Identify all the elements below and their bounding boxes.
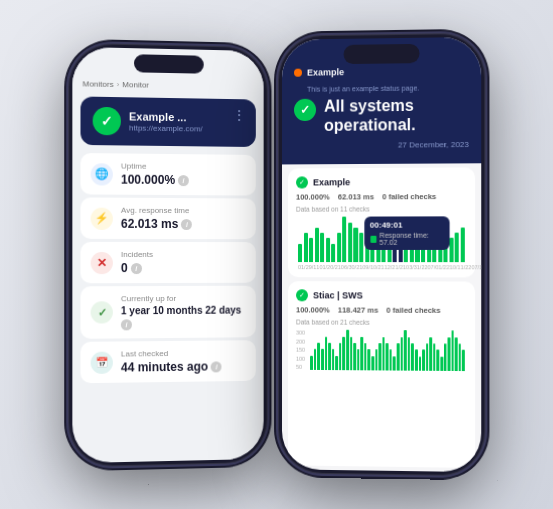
chart-date-label: 01/29/11 [298,264,319,270]
monitor2-stats: 100.000% 118.427 ms 0 failed checks [296,306,467,316]
tooltip-label: Response time: 57.02 [380,232,444,246]
bar [332,349,335,370]
bar [350,337,353,371]
brand-name: Example [307,67,344,78]
bar [400,337,403,371]
bar [361,337,364,371]
bar [343,217,347,262]
bar [359,233,363,263]
last-checked-info-icon[interactable]: i [211,360,222,371]
chart-date-label: 03/31/22 [406,265,428,271]
monitor1-chart: 00:49:01 Response time: 57.02 01/29/1101… [296,217,467,270]
bar [298,244,302,263]
yaxis-label: 100 [296,356,305,362]
bar [326,238,330,262]
bar [437,350,440,371]
bar [309,238,313,262]
monitor2-header: ✓ Stiac | SWS [296,290,467,303]
left-screen: Monitors › Monitor ✓ Example ... https:/… [72,46,263,462]
chart-date-label: 12/21/21 [384,265,406,271]
breadcrumb-monitors[interactable]: Monitors [83,79,114,89]
uptime-duration-row: ✓ Currently up for 1 year 10 months 22 d… [80,285,255,338]
bar [449,238,453,262]
bar [315,228,319,263]
bar [444,344,447,372]
chart-date-label: 10/11/22 [449,265,471,271]
bar [368,349,371,370]
monitor-status-icon: ✓ [93,106,121,135]
tooltip-dot [370,236,377,243]
bar [357,349,360,370]
check-mark: ✓ [300,103,310,117]
incidents-row: ✕ Incidents 0 i [80,241,255,282]
bar [455,233,459,263]
check-icon: ✓ [101,112,113,128]
bar [321,349,324,370]
bar [426,343,429,371]
bar [343,337,346,371]
right-screen: Example This is just an example status p… [282,37,481,472]
stats-container: 🌐 Uptime 100.000% i ⚡ Avg. response time [72,148,263,462]
monitor1-failed: 0 failed checks [382,192,436,201]
bar [354,228,358,263]
monitor2-uptime: 100.000% [296,306,330,315]
bar [371,356,374,371]
globe-icon: 🌐 [91,162,113,184]
uptime-value: 100.000% i [121,172,246,187]
bar [415,350,418,371]
phones-container: Monitors › Monitor ✓ Example ... https:/… [69,37,484,472]
status-check-icon: ✓ [294,99,316,121]
monitor1-uptime: 100.000% [296,193,330,202]
bar [304,233,308,262]
monitor-url: https://example.com/ [129,123,244,134]
bar [408,337,411,371]
chart1-labels: 01/29/1101/20/2106/30/2109/10/2112/21/21… [296,262,467,270]
incidents-info-icon[interactable]: i [131,262,142,273]
chart2-yaxis: 30020015010050 [296,330,305,370]
status-text: All systems operational. [324,95,469,135]
bar [317,343,320,371]
monitor1-header: ✓ Example [296,176,467,189]
more-options-icon[interactable]: ⋮ [232,107,246,123]
bar [404,330,407,371]
monitor-title: Example ... [129,110,244,124]
monitor1-note: Data based on 11 checks [296,205,467,213]
uptime-duration-content: Currently up for 1 year 10 months 22 day… [121,293,246,330]
bar [429,337,432,371]
phone-right: Example This is just an example status p… [278,33,485,477]
uptime-info-icon[interactable]: i [178,174,189,185]
yaxis-label: 150 [296,347,305,353]
bar [411,343,414,371]
bar [346,330,349,370]
bar [335,356,338,371]
brand-dot [294,69,302,77]
bar [320,233,324,263]
bar [386,343,389,371]
bar [433,343,436,371]
response-info-icon[interactable]: i [181,218,192,229]
bar [337,233,341,263]
incidents-label: Incidents [121,249,246,258]
lightning-icon: ⚡ [91,207,113,229]
monitor1-stats: 100.000% 62.013 ms 0 failed checks [296,192,467,202]
uptime-label: Uptime [121,161,246,171]
breadcrumb-monitor[interactable]: Monitor [122,80,149,90]
incidents-value: 0 i [121,260,246,274]
bar [328,343,331,371]
bar [379,343,382,371]
monitor2-name: Stiac | SWS [313,291,363,301]
last-checked-value: 44 minutes ago i [121,359,246,375]
chart-date-label: 01/20/21 [319,264,341,270]
monitor1-name: Example [313,178,350,188]
response-time-row: ⚡ Avg. response time 62.013 ms i [80,197,255,239]
monitor2-note: Data based on 21 checks [296,319,467,327]
x-icon: ✕ [91,251,113,273]
bar [353,343,356,371]
monitor2-status-icon: ✓ [296,290,308,302]
checkmark-icon: ✓ [91,301,113,323]
chart-date-label: 07/01/22 [428,265,450,271]
last-checked-label: Last checked [121,348,246,358]
yaxis-label: 200 [296,338,305,344]
monitor-header-card: ✓ Example ... https://example.com/ ⋮ [80,96,255,147]
duration-info-icon[interactable]: i [121,319,132,330]
